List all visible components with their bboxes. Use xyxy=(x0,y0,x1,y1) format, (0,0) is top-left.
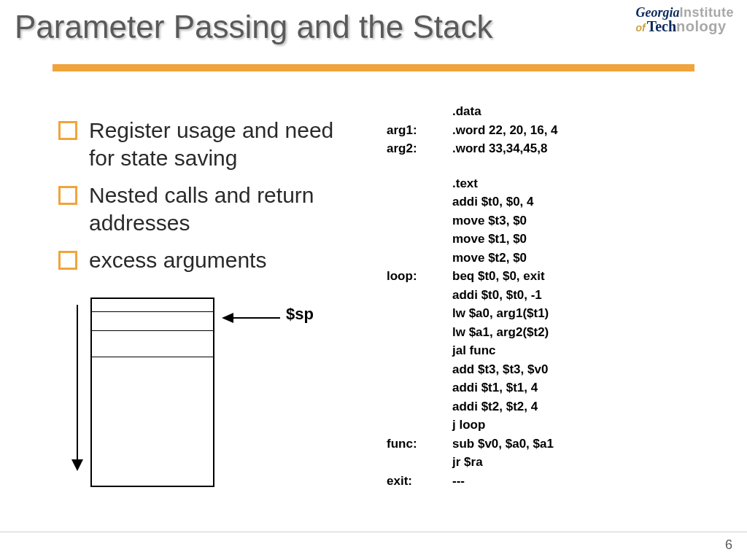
code-instruction: addi $t0, $0, 4 xyxy=(452,192,729,211)
code-line: func:sub $v0, $a0, $a1 xyxy=(387,435,729,454)
code-label xyxy=(387,174,452,193)
code-line: move $t3, $0 xyxy=(387,211,729,230)
code-label xyxy=(387,286,452,305)
code-instruction: addi $t2, $t2, 4 xyxy=(452,397,729,416)
code-instruction: jal func xyxy=(452,341,729,360)
code-instruction: move $t1, $0 xyxy=(452,230,729,249)
code-label xyxy=(387,360,452,379)
svg-marker-1 xyxy=(71,459,83,471)
code-line: addi $t0, $t0, -1 xyxy=(387,286,729,305)
sp-pointer-arrow-icon xyxy=(222,311,280,325)
code-instruction: add $t3, $t3, $v0 xyxy=(452,360,729,379)
code-instruction: lw $a0, arg1($t1) xyxy=(452,304,729,323)
code-instruction: .word 33,34,45,8 xyxy=(452,139,729,158)
code-label xyxy=(387,102,452,121)
stack-row xyxy=(92,312,213,331)
code-instruction: move $t3, $0 xyxy=(452,211,729,230)
bullet-list: Register usage and need for state saving… xyxy=(58,117,365,284)
logo-nology: nology xyxy=(676,18,727,34)
stack-row xyxy=(92,299,213,312)
code-line: lw $a0, arg1($t1) xyxy=(387,304,729,323)
bullet-item: Nested calls and return addresses xyxy=(58,182,365,236)
code-instruction: lw $a1, arg2($t2) xyxy=(452,323,729,342)
code-line: arg1:.word 22, 20, 16, 4 xyxy=(387,121,729,140)
code-instruction: .data xyxy=(452,102,729,121)
code-instruction: .word 22, 20, 16, 4 xyxy=(452,121,729,140)
code-instruction: beq $t0, $0, exit xyxy=(452,267,729,286)
code-label xyxy=(387,416,452,435)
code-label xyxy=(387,397,452,416)
code-label xyxy=(387,211,452,230)
sp-label: $sp xyxy=(286,305,314,324)
slide: Parameter Passing and the Stack GeorgiaI… xyxy=(0,0,747,560)
code-instruction: sub $v0, $a0, $a1 xyxy=(452,435,729,454)
code-label xyxy=(387,323,452,342)
title-underline xyxy=(53,64,694,71)
code-line: arg2:.word 33,34,45,8 xyxy=(387,139,729,158)
code-label: arg2: xyxy=(387,139,452,158)
code-line: jal func xyxy=(387,341,729,360)
page-number: 6 xyxy=(725,537,732,553)
code-instruction: addi $t1, $t1, 4 xyxy=(452,378,729,397)
code-line: .data xyxy=(387,102,729,121)
code-label: func: xyxy=(387,435,452,454)
code-label xyxy=(387,230,452,249)
code-label xyxy=(387,378,452,397)
code-label xyxy=(387,249,452,268)
gatech-logo: GeorgiaInstitute ofTechnology xyxy=(636,6,735,34)
code-line: .text xyxy=(387,174,729,193)
footer-divider xyxy=(0,532,747,532)
code-instruction: move $t2, $0 xyxy=(452,249,729,268)
code-line: j loop xyxy=(387,416,729,435)
code-line: move $t1, $0 xyxy=(387,230,729,249)
bullet-item: excess arguments xyxy=(58,246,365,274)
code-line: addi $t2, $t2, 4 xyxy=(387,397,729,416)
code-instruction: .text xyxy=(452,174,729,193)
code-label: arg1: xyxy=(387,121,452,140)
code-line: addi $t0, $0, 4 xyxy=(387,192,729,211)
logo-of: of xyxy=(636,22,646,34)
code-line: jr $ra xyxy=(387,453,729,472)
code-line: addi $t1, $t1, 4 xyxy=(387,378,729,397)
code-line: lw $a1, arg2($t2) xyxy=(387,323,729,342)
logo-georgia: Georgia xyxy=(636,5,680,20)
code-label: loop: xyxy=(387,267,452,286)
slide-title: Parameter Passing and the Stack xyxy=(15,9,492,45)
code-instruction: jr $ra xyxy=(452,453,729,472)
stack-diagram: $sp xyxy=(69,298,302,494)
stack-row xyxy=(92,331,213,357)
code-label xyxy=(387,192,452,211)
code-line: add $t3, $t3, $v0 xyxy=(387,360,729,379)
code-instruction: --- xyxy=(452,472,729,491)
logo-tech: Tech xyxy=(647,18,676,34)
svg-marker-3 xyxy=(222,313,233,323)
assembly-code: .dataarg1:.word 22, 20, 16, 4arg2:.word … xyxy=(387,102,729,490)
downward-arrow-icon xyxy=(69,305,86,472)
code-line: move $t2, $0 xyxy=(387,249,729,268)
stack-box xyxy=(90,298,214,487)
code-label xyxy=(387,453,452,472)
logo-institute: Institute xyxy=(680,5,735,20)
code-instruction: j loop xyxy=(452,416,729,435)
code-line: exit:--- xyxy=(387,472,729,491)
code-line: loop:beq $t0, $0, exit xyxy=(387,267,729,286)
code-label: exit: xyxy=(387,472,452,491)
code-blank-line xyxy=(387,158,729,174)
code-instruction: addi $t0, $t0, -1 xyxy=(452,286,729,305)
code-label xyxy=(387,304,452,323)
bullet-item: Register usage and need for state saving xyxy=(58,117,365,171)
code-label xyxy=(387,341,452,360)
